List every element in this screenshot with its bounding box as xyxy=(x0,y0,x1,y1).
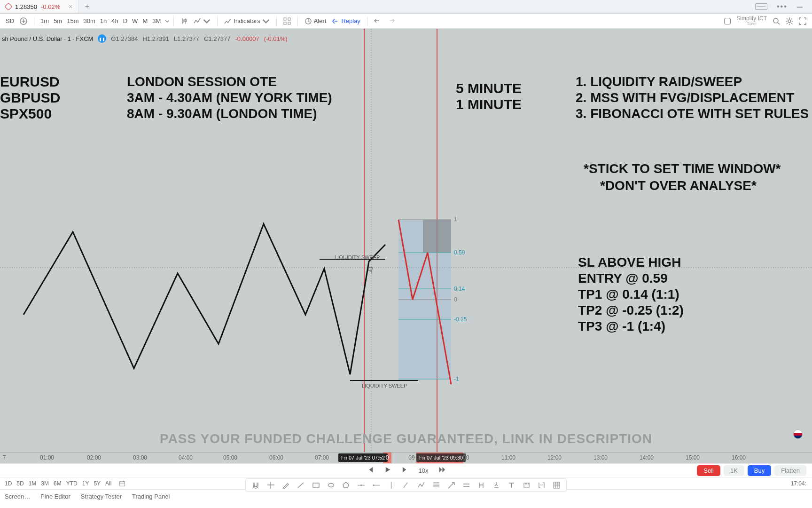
interval-15m[interactable]: 15m xyxy=(64,16,81,26)
symbol-legend: sh Pound / U.S. Dollar · 1 · FXCM O1.273… xyxy=(2,34,288,43)
indicators-button[interactable]: Indicators xyxy=(221,16,272,27)
range-5d[interactable]: 5D xyxy=(16,480,23,487)
simplify-checkbox[interactable] xyxy=(724,18,731,24)
buy-button[interactable]: Buy xyxy=(748,465,771,476)
tab-active[interactable]: 1.28350 -0.02% × xyxy=(0,0,78,13)
time-flag-1: Fri 07 Jul '23 07:52 xyxy=(338,453,388,462)
templates-button[interactable] xyxy=(281,16,294,27)
interval-d[interactable]: D xyxy=(121,16,130,26)
fib-1: 1 xyxy=(454,216,457,222)
logo-icon xyxy=(5,3,13,11)
simplify-label[interactable]: Simplify ICTSave xyxy=(736,16,767,26)
alert-icon xyxy=(304,17,312,25)
text-tool[interactable] xyxy=(506,480,516,490)
interval-1m[interactable]: 1m xyxy=(38,16,51,26)
fib-tool[interactable] xyxy=(431,480,441,490)
measure-tool[interactable] xyxy=(521,480,531,490)
range-6m[interactable]: 6M xyxy=(54,480,62,487)
svg-point-7 xyxy=(788,20,791,23)
interval-5m[interactable]: 5m xyxy=(51,16,64,26)
layout-icon[interactable] xyxy=(755,3,767,10)
brush-tool[interactable] xyxy=(401,480,411,490)
interval-4h[interactable]: 4h xyxy=(109,16,120,26)
calendar-icon[interactable] xyxy=(119,480,125,487)
flatten-button[interactable]: Flatten xyxy=(774,465,806,476)
pairs-block: EURUSD GBPUSD SPX500 xyxy=(0,74,60,122)
t-11: 11:00 xyxy=(501,454,515,461)
interval-1h[interactable]: 1h xyxy=(98,16,109,26)
fullscreen-icon[interactable] xyxy=(799,17,806,25)
new-tab-button[interactable]: + xyxy=(78,0,95,13)
chart-area[interactable]: sh Pound / U.S. Dollar · 1 · FXCM O1.273… xyxy=(0,29,812,452)
replay-step-button[interactable] xyxy=(401,466,408,475)
range-1y[interactable]: 1Y xyxy=(82,480,89,487)
rect-tool[interactable] xyxy=(311,480,321,490)
grid-tool[interactable] xyxy=(551,480,562,490)
magnet-tool[interactable] xyxy=(250,480,261,490)
arrow-tool[interactable] xyxy=(446,480,456,490)
interval-3m[interactable]: 3M xyxy=(150,16,163,26)
country-flag-icon xyxy=(793,429,803,439)
plus-circle-icon xyxy=(20,17,27,25)
redo-button[interactable] xyxy=(384,16,398,27)
poly-tool[interactable] xyxy=(341,480,351,490)
session-block: LONDON SESSION OTE 3AM - 4.30AM (NEW YOR… xyxy=(127,74,332,122)
replay-speed[interactable]: 10x xyxy=(419,467,429,474)
range-1m[interactable]: 1M xyxy=(29,480,37,487)
pattern-tool[interactable] xyxy=(491,480,501,490)
trading-panel-tab[interactable]: Trading Panel xyxy=(132,493,170,500)
redo-icon xyxy=(387,17,395,25)
range-tool[interactable] xyxy=(476,480,486,490)
t-05: 05:00 xyxy=(223,454,237,461)
path-tool[interactable] xyxy=(416,480,426,490)
pine-tab[interactable]: Pine Editor xyxy=(40,493,70,500)
date-range-tool[interactable] xyxy=(536,480,547,490)
parallel-tool[interactable] xyxy=(461,480,471,490)
ls-label-1: LIQUIDITY SWEEP xyxy=(335,254,380,260)
range-3m[interactable]: 3M xyxy=(41,480,49,487)
banner-text: PASS YOUR FUNDED CHALLENGE GUARANTEED, L… xyxy=(0,431,812,446)
range-all[interactable]: All xyxy=(105,480,111,487)
replay-button[interactable]: Replay xyxy=(329,16,363,27)
chevron-down-icon[interactable] xyxy=(165,19,170,24)
trend-tool[interactable] xyxy=(296,480,306,490)
svg-point-24 xyxy=(328,483,334,487)
ray-tool[interactable] xyxy=(371,480,381,490)
clock-label: 17:04: xyxy=(791,480,806,487)
interval-30m[interactable]: 30m xyxy=(81,16,97,26)
undo-button[interactable] xyxy=(371,16,384,27)
symbol-search[interactable]: SD xyxy=(3,16,17,26)
ohlc-c: C1.27377 xyxy=(204,35,230,42)
interval-w[interactable]: W xyxy=(130,16,140,26)
hline-tool[interactable] xyxy=(356,480,366,490)
more-icon[interactable]: ••• xyxy=(777,2,788,11)
range-5y[interactable]: 5Y xyxy=(94,480,101,487)
amount-button[interactable]: 1K xyxy=(724,465,744,476)
time-axis[interactable]: 7 01:00 02:00 03:00 04:00 05:00 06:00 07… xyxy=(0,452,812,463)
range-ytd[interactable]: YTD xyxy=(66,480,78,487)
strategy-tab[interactable]: Strategy Tester xyxy=(81,493,122,500)
pencil-tool[interactable] xyxy=(281,480,291,490)
gear-icon[interactable] xyxy=(786,17,793,25)
tab-close-icon[interactable]: × xyxy=(69,3,72,10)
minimize-icon[interactable]: – xyxy=(797,6,803,8)
replay-play-button[interactable] xyxy=(384,466,391,475)
line-type-button[interactable] xyxy=(191,16,213,27)
vline-tool[interactable] xyxy=(386,480,396,490)
chart-type-button[interactable] xyxy=(178,16,191,27)
cross-tool[interactable] xyxy=(265,480,276,490)
replay-end-button[interactable] xyxy=(438,466,445,475)
draw-tools-dock xyxy=(245,478,567,492)
range-1d[interactable]: 1D xyxy=(5,480,12,487)
replay-start-button[interactable] xyxy=(367,466,374,475)
sell-button[interactable]: Sell xyxy=(697,465,720,476)
alert-button[interactable]: Alert xyxy=(302,16,329,27)
add-symbol-button[interactable] xyxy=(17,16,30,27)
screenshot-tab[interactable]: Screen… xyxy=(5,493,30,500)
ellipse-tool[interactable] xyxy=(326,480,336,490)
interval-m[interactable]: M xyxy=(140,16,150,26)
candles-icon xyxy=(180,17,188,25)
main-toolbar: SD 1m 5m 15m 30m 1h 4h D W M 3M Indicato… xyxy=(0,14,812,29)
svg-rect-1 xyxy=(284,18,286,20)
search-icon[interactable] xyxy=(773,17,780,25)
